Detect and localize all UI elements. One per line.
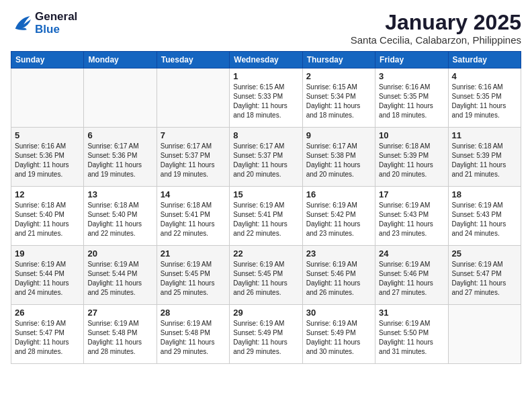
day-number: 3 (379, 71, 444, 81)
day-number: 14 (161, 189, 226, 199)
calendar-cell: 15 Sunrise: 6:19 AMSunset: 5:41 PMDaylig… (230, 187, 302, 246)
calendar-cell: 4 Sunrise: 6:16 AMSunset: 5:35 PMDayligh… (448, 68, 521, 128)
logo-text: General Blue (35, 11, 77, 36)
calendar-cell: 16 Sunrise: 6:19 AMSunset: 5:42 PMDaylig… (302, 187, 375, 246)
day-number: 23 (306, 248, 371, 259)
calendar-cell: 23 Sunrise: 6:19 AMSunset: 5:46 PMDaylig… (302, 246, 375, 305)
day-number: 9 (306, 130, 371, 140)
day-header: Monday (84, 52, 157, 68)
day-info: Sunrise: 6:19 AMSunset: 5:43 PMDaylight:… (379, 201, 444, 238)
calendar-week-row: 26 Sunrise: 6:19 AMSunset: 5:47 PMDaylig… (11, 305, 521, 364)
calendar-cell: 22 Sunrise: 6:19 AMSunset: 5:45 PMDaylig… (230, 246, 302, 305)
title-section: January 2025 Santa Cecilia, Calabarzon, … (351, 11, 521, 46)
day-number: 26 (15, 308, 80, 318)
day-number: 25 (452, 248, 517, 259)
day-number: 8 (233, 130, 298, 140)
day-info: Sunrise: 6:19 AMSunset: 5:49 PMDaylight:… (306, 319, 371, 357)
day-header: Saturday (448, 52, 521, 68)
day-info: Sunrise: 6:19 AMSunset: 5:41 PMDaylight:… (233, 201, 298, 238)
calendar-week-row: 12 Sunrise: 6:18 AMSunset: 5:40 PMDaylig… (11, 187, 521, 246)
day-number: 5 (15, 130, 80, 140)
calendar-cell: 18 Sunrise: 6:19 AMSunset: 5:43 PMDaylig… (448, 187, 521, 246)
day-header: Friday (375, 52, 448, 68)
day-number: 4 (452, 71, 517, 81)
day-header: Thursday (302, 52, 375, 68)
day-info: Sunrise: 6:16 AMSunset: 5:36 PMDaylight:… (15, 142, 80, 179)
day-info: Sunrise: 6:19 AMSunset: 5:47 PMDaylight:… (15, 319, 80, 357)
day-info: Sunrise: 6:18 AMSunset: 5:39 PMDaylight:… (379, 142, 444, 179)
calendar-cell (448, 305, 521, 364)
calendar-cell: 3 Sunrise: 6:16 AMSunset: 5:35 PMDayligh… (375, 68, 448, 128)
calendar-subtitle: Santa Cecilia, Calabarzon, Philippines (351, 34, 521, 46)
day-info: Sunrise: 6:19 AMSunset: 5:42 PMDaylight:… (306, 201, 371, 238)
calendar-cell: 25 Sunrise: 6:19 AMSunset: 5:47 PMDaylig… (448, 246, 521, 305)
day-number: 2 (306, 71, 371, 81)
logo: General Blue (11, 11, 77, 36)
calendar-cell: 19 Sunrise: 6:19 AMSunset: 5:44 PMDaylig… (11, 246, 84, 305)
page-header: General Blue January 2025 Santa Cecilia,… (11, 11, 521, 46)
day-info: Sunrise: 6:19 AMSunset: 5:49 PMDaylight:… (233, 319, 298, 357)
calendar-cell: 26 Sunrise: 6:19 AMSunset: 5:47 PMDaylig… (11, 305, 84, 364)
day-info: Sunrise: 6:16 AMSunset: 5:35 PMDaylight:… (379, 83, 444, 120)
day-number: 19 (15, 248, 80, 259)
day-number: 21 (161, 248, 226, 259)
day-info: Sunrise: 6:19 AMSunset: 5:45 PMDaylight:… (161, 260, 226, 298)
day-info: Sunrise: 6:18 AMSunset: 5:41 PMDaylight:… (161, 201, 226, 238)
calendar-cell: 17 Sunrise: 6:19 AMSunset: 5:43 PMDaylig… (375, 187, 448, 246)
day-number: 11 (452, 130, 517, 140)
header-row: SundayMondayTuesdayWednesdayThursdayFrid… (11, 52, 521, 68)
calendar-cell: 27 Sunrise: 6:19 AMSunset: 5:48 PMDaylig… (84, 305, 157, 364)
day-info: Sunrise: 6:19 AMSunset: 5:46 PMDaylight:… (379, 260, 444, 298)
day-info: Sunrise: 6:19 AMSunset: 5:48 PMDaylight:… (87, 319, 152, 357)
calendar-table: SundayMondayTuesdayWednesdayThursdayFrid… (11, 51, 521, 364)
calendar-cell: 12 Sunrise: 6:18 AMSunset: 5:40 PMDaylig… (11, 187, 84, 246)
day-number: 7 (161, 130, 226, 140)
calendar-cell: 29 Sunrise: 6:19 AMSunset: 5:49 PMDaylig… (230, 305, 302, 364)
day-number: 6 (87, 130, 152, 140)
calendar-week-row: 19 Sunrise: 6:19 AMSunset: 5:44 PMDaylig… (11, 246, 521, 305)
day-info: Sunrise: 6:18 AMSunset: 5:40 PMDaylight:… (87, 201, 152, 238)
day-number: 31 (379, 308, 444, 318)
calendar-cell: 9 Sunrise: 6:17 AMSunset: 5:38 PMDayligh… (302, 128, 375, 187)
day-info: Sunrise: 6:16 AMSunset: 5:35 PMDaylight:… (452, 83, 517, 120)
day-info: Sunrise: 6:19 AMSunset: 5:43 PMDaylight:… (452, 201, 517, 238)
calendar-cell (84, 68, 157, 128)
calendar-cell: 14 Sunrise: 6:18 AMSunset: 5:41 PMDaylig… (157, 187, 229, 246)
calendar-cell: 8 Sunrise: 6:17 AMSunset: 5:37 PMDayligh… (230, 128, 302, 187)
day-info: Sunrise: 6:15 AMSunset: 5:33 PMDaylight:… (233, 83, 298, 120)
calendar-cell: 1 Sunrise: 6:15 AMSunset: 5:33 PMDayligh… (230, 68, 302, 128)
calendar-cell: 20 Sunrise: 6:19 AMSunset: 5:44 PMDaylig… (84, 246, 157, 305)
day-number: 15 (233, 189, 298, 199)
calendar-cell (11, 68, 84, 128)
day-info: Sunrise: 6:19 AMSunset: 5:45 PMDaylight:… (233, 260, 298, 298)
calendar-cell: 5 Sunrise: 6:16 AMSunset: 5:36 PMDayligh… (11, 128, 84, 187)
day-info: Sunrise: 6:19 AMSunset: 5:44 PMDaylight:… (15, 260, 80, 298)
day-number: 22 (233, 248, 298, 259)
calendar-cell: 11 Sunrise: 6:18 AMSunset: 5:39 PMDaylig… (448, 128, 521, 187)
day-header: Wednesday (230, 52, 302, 68)
calendar-cell: 31 Sunrise: 6:19 AMSunset: 5:50 PMDaylig… (375, 305, 448, 364)
day-info: Sunrise: 6:19 AMSunset: 5:46 PMDaylight:… (306, 260, 371, 298)
calendar-week-row: 1 Sunrise: 6:15 AMSunset: 5:33 PMDayligh… (11, 68, 521, 128)
day-info: Sunrise: 6:15 AMSunset: 5:34 PMDaylight:… (306, 83, 371, 120)
day-header: Sunday (11, 52, 84, 68)
day-number: 13 (87, 189, 152, 199)
day-number: 28 (161, 308, 226, 318)
calendar-week-row: 5 Sunrise: 6:16 AMSunset: 5:36 PMDayligh… (11, 128, 521, 187)
day-info: Sunrise: 6:19 AMSunset: 5:47 PMDaylight:… (452, 260, 517, 298)
day-number: 20 (87, 248, 152, 259)
day-number: 16 (306, 189, 371, 199)
day-info: Sunrise: 6:19 AMSunset: 5:50 PMDaylight:… (379, 319, 444, 357)
day-info: Sunrise: 6:17 AMSunset: 5:38 PMDaylight:… (306, 142, 371, 179)
calendar-cell (157, 68, 229, 128)
calendar-cell: 6 Sunrise: 6:17 AMSunset: 5:36 PMDayligh… (84, 128, 157, 187)
day-info: Sunrise: 6:19 AMSunset: 5:48 PMDaylight:… (161, 319, 226, 357)
calendar-cell: 30 Sunrise: 6:19 AMSunset: 5:49 PMDaylig… (302, 305, 375, 364)
calendar-cell: 13 Sunrise: 6:18 AMSunset: 5:40 PMDaylig… (84, 187, 157, 246)
day-info: Sunrise: 6:18 AMSunset: 5:39 PMDaylight:… (452, 142, 517, 179)
day-info: Sunrise: 6:17 AMSunset: 5:37 PMDaylight:… (161, 142, 226, 179)
day-info: Sunrise: 6:18 AMSunset: 5:40 PMDaylight:… (15, 201, 80, 238)
day-number: 1 (233, 71, 298, 81)
day-info: Sunrise: 6:19 AMSunset: 5:44 PMDaylight:… (87, 260, 152, 298)
calendar-cell: 7 Sunrise: 6:17 AMSunset: 5:37 PMDayligh… (157, 128, 229, 187)
